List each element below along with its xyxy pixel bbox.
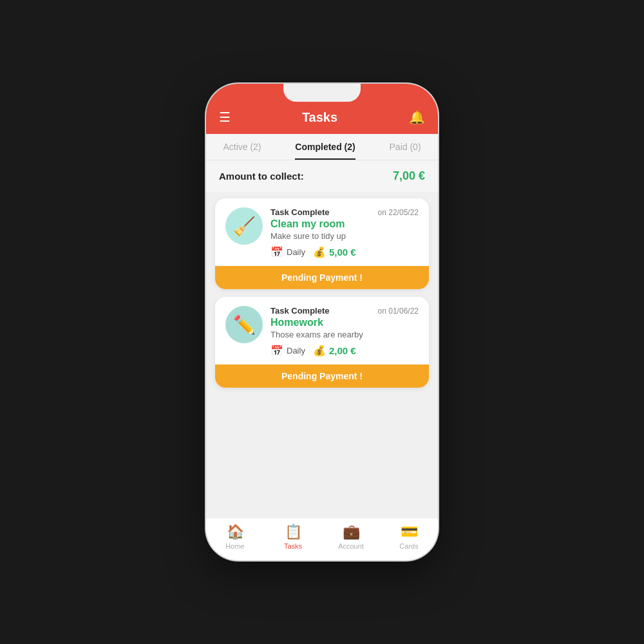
task-frequency-2: 📅 Daily [270, 345, 305, 357]
tab-paid[interactable]: Paid (0) [390, 142, 421, 160]
amount-label: Amount to collect: [219, 171, 304, 182]
task-info-1: Task Complete on 22/05/22 Clean my room … [270, 207, 419, 258]
task-name-1: Clean my room [270, 218, 419, 230]
task-name-2: Homework [270, 317, 419, 328]
task-status-1: Task Complete [270, 207, 330, 217]
money-icon-1: 💰 [313, 246, 326, 258]
task-details-row-2: 📅 Daily 💰 2,00 € [270, 345, 419, 357]
tasks-icon: 📋 [285, 524, 302, 540]
task-desc-2: Those exams are nearby [270, 330, 419, 339]
menu-icon[interactable]: ☰ [219, 109, 231, 125]
task-amount-2: 💰 2,00 € [313, 345, 356, 357]
task-date-2: on 01/06/22 [378, 307, 419, 316]
task-list: 🧹 Task Complete on 22/05/22 Clean my roo… [206, 192, 438, 518]
phone-frame: ☰ Tasks 🔔 Active (2) Completed (2) Paid … [206, 84, 438, 560]
nav-home-label: Home [225, 542, 244, 550]
nav-tasks[interactable]: 📋 Tasks [274, 524, 312, 550]
bottom-nav: 🏠 Home 📋 Tasks 💼 Account 💳 Cards [206, 518, 438, 560]
task-details-row-1: 📅 Daily 💰 5,00 € [270, 246, 419, 258]
amount-value: 7,00 € [393, 169, 425, 183]
task-icon-1: 🧹 [225, 207, 263, 245]
task-frequency-1: 📅 Daily [270, 246, 305, 258]
calendar-icon-1: 📅 [270, 246, 283, 258]
calendar-icon-2: 📅 [270, 345, 283, 357]
phone-notch [283, 84, 361, 102]
nav-tasks-label: Tasks [284, 542, 302, 550]
task-status-2: Task Complete [270, 306, 330, 316]
home-icon: 🏠 [227, 524, 244, 540]
task-date-1: on 22/05/22 [378, 208, 419, 217]
pending-banner-2[interactable]: Pending Payment ! [215, 365, 429, 388]
nav-home[interactable]: 🏠 Home [216, 524, 254, 550]
cards-icon: 💳 [401, 524, 418, 540]
task-icon-2: ✏️ [225, 306, 263, 343]
task-info-2: Task Complete on 01/06/22 Homework Those… [270, 306, 419, 357]
page-title: Tasks [231, 110, 409, 125]
bell-icon[interactable]: 🔔 [409, 109, 425, 125]
nav-account-label: Account [338, 542, 364, 550]
tab-completed[interactable]: Completed (2) [295, 142, 355, 160]
money-icon-2: 💰 [313, 345, 326, 357]
pending-banner-1[interactable]: Pending Payment ! [215, 266, 429, 289]
task-amount-1: 💰 5,00 € [313, 246, 356, 258]
task-desc-1: Make sure to tidy up [270, 231, 419, 241]
nav-cards-label: Cards [399, 542, 418, 550]
task-card-2[interactable]: ✏️ Task Complete on 01/06/22 Homework Th… [215, 297, 429, 388]
account-icon: 💼 [343, 524, 360, 540]
tab-bar: Active (2) Completed (2) Paid (0) [206, 134, 438, 160]
amount-bar: Amount to collect: 7,00 € [206, 160, 438, 192]
tab-active[interactable]: Active (2) [223, 142, 261, 160]
nav-cards[interactable]: 💳 Cards [390, 524, 428, 550]
nav-account[interactable]: 💼 Account [332, 524, 370, 550]
task-card-1[interactable]: 🧹 Task Complete on 22/05/22 Clean my roo… [215, 198, 429, 289]
